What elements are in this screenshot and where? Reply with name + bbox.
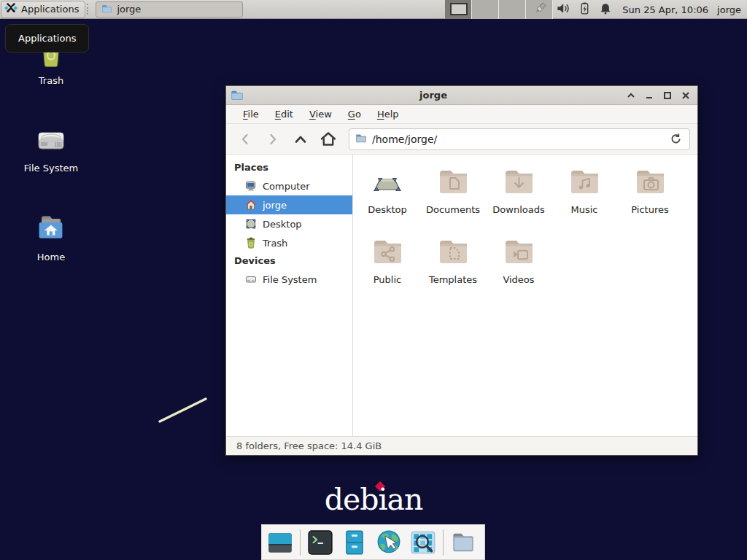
location-bar[interactable]: [349, 128, 690, 150]
wallpaper-stray-line: [155, 394, 213, 427]
sidebar-item-jorge[interactable]: jorge: [226, 195, 352, 214]
menu-file[interactable]: File: [235, 106, 267, 123]
show-desktop-icon: [266, 529, 294, 556]
panel-clock[interactable]: Sun 25 Apr, 10:06: [622, 4, 708, 15]
workspace-3[interactable]: [499, 0, 526, 19]
desktop-icon-file-system[interactable]: File System: [16, 122, 86, 174]
file-cabinet-icon: [341, 529, 368, 556]
battery-icon[interactable]: [578, 1, 591, 18]
folder-templates[interactable]: Templates: [420, 235, 486, 305]
trash-icon: [245, 237, 257, 249]
workspace-2[interactable]: [472, 0, 499, 19]
sidebar-item-computer[interactable]: Computer: [226, 176, 352, 195]
maximize-button[interactable]: [659, 88, 675, 103]
window-folder-icon: [231, 89, 244, 102]
dock-separator: [443, 529, 444, 556]
menu-help[interactable]: Help: [369, 106, 407, 123]
close-button[interactable]: [678, 88, 693, 103]
harddrive-icon: [245, 273, 257, 285]
menu-edit[interactable]: Edit: [267, 106, 301, 123]
menu-view[interactable]: View: [301, 106, 340, 123]
sidebar-header-places: Places: [226, 159, 352, 176]
documents-folder-icon: [436, 165, 471, 200]
applications-menu-label: Applications: [21, 4, 79, 15]
folder-label: Downloads: [486, 204, 551, 215]
reload-button[interactable]: [667, 131, 684, 147]
window-folder-icon: [101, 4, 112, 15]
desktop-folder-icon: [370, 165, 405, 200]
folder-videos[interactable]: Videos: [486, 235, 551, 305]
minimize-button[interactable]: [641, 88, 657, 103]
sidebar-item-label: Trash: [263, 238, 287, 249]
volume-icon[interactable]: [556, 1, 570, 18]
sidebar-item-label: Desktop: [263, 219, 302, 230]
web-browser-launcher[interactable]: [374, 528, 403, 557]
home-folder-icon: [34, 211, 69, 246]
window-title: jorge: [244, 90, 623, 101]
menu-go[interactable]: Go: [340, 106, 369, 123]
home-button[interactable]: [317, 128, 340, 150]
folder-music[interactable]: Music: [551, 165, 617, 235]
xfce-logo-icon: [4, 1, 18, 17]
folder-label: Pictures: [617, 204, 683, 215]
desktop: Applications jorge: [0, 0, 747, 560]
computer-icon: [245, 180, 257, 192]
taskbar-window-button[interactable]: jorge: [96, 1, 243, 18]
shade-button[interactable]: [623, 88, 638, 103]
folder-label: Videos: [486, 274, 551, 285]
panel-username[interactable]: jorge: [717, 4, 741, 15]
public-folder-icon: [370, 235, 405, 270]
downloads-folder-icon: [501, 165, 536, 200]
stylus-tray-icon[interactable]: [533, 1, 548, 18]
window-controls: [623, 88, 693, 103]
app-finder-icon: [409, 529, 437, 556]
folder-public[interactable]: Public: [355, 235, 420, 305]
sidebar: Places Computer: [226, 155, 353, 436]
file-manager-launcher[interactable]: [340, 528, 369, 557]
tasklist-handle[interactable]: [87, 4, 92, 15]
window-body: Places Computer: [226, 155, 697, 436]
up-button[interactable]: [289, 128, 312, 150]
taskbar-window-label: jorge: [117, 4, 141, 15]
folder-icon: [449, 529, 477, 556]
folder-launcher[interactable]: [449, 528, 478, 557]
back-button[interactable]: [233, 128, 257, 150]
applications-menu-button[interactable]: Applications: [1, 1, 85, 18]
folder-documents[interactable]: Documents: [420, 165, 486, 235]
sidebar-item-label: jorge: [263, 200, 287, 211]
notifications-bell-icon[interactable]: [599, 2, 612, 18]
desktop-icon-home[interactable]: Home: [16, 211, 86, 262]
folder-label: Public: [355, 274, 420, 285]
desktop-icon-label: File System: [16, 163, 86, 174]
desktop-icon: [245, 218, 257, 230]
sidebar-item-trash[interactable]: Trash: [226, 233, 352, 252]
sidebar-item-label: File System: [263, 274, 317, 285]
show-desktop-button[interactable]: [266, 528, 295, 557]
user-home-icon: [245, 199, 257, 211]
file-manager-window: jorge File Edit View Go Help: [225, 85, 698, 456]
workspace-window-preview: [450, 3, 468, 15]
forward-button[interactable]: [261, 128, 285, 150]
folder-label: Templates: [420, 274, 486, 285]
toolbar: [226, 124, 697, 155]
sidebar-item-desktop[interactable]: Desktop: [226, 214, 352, 233]
terminal-launcher[interactable]: [306, 528, 335, 557]
folder-pictures[interactable]: Pictures: [617, 165, 683, 235]
app-finder-launcher[interactable]: [409, 528, 438, 557]
sidebar-item-file-system[interactable]: File System: [226, 270, 352, 289]
sidebar-header-devices: Devices: [226, 252, 352, 270]
statusbar: 8 folders, Free space: 14.4 GiB: [226, 436, 697, 455]
workspace-1[interactable]: [445, 0, 472, 19]
templates-folder-icon: [436, 235, 471, 270]
titlebar[interactable]: jorge: [226, 86, 697, 105]
folder-downloads[interactable]: Downloads: [486, 165, 551, 235]
location-input[interactable]: [372, 133, 667, 145]
music-folder-icon: [567, 165, 602, 200]
top-panel: Applications jorge: [0, 0, 747, 19]
folder-label: Documents: [420, 204, 486, 215]
folder-desktop[interactable]: Desktop: [355, 165, 420, 235]
terminal-icon: [306, 529, 334, 556]
location-folder-icon: [355, 133, 367, 145]
dock-separator: [300, 529, 301, 556]
videos-folder-icon: [501, 235, 536, 270]
